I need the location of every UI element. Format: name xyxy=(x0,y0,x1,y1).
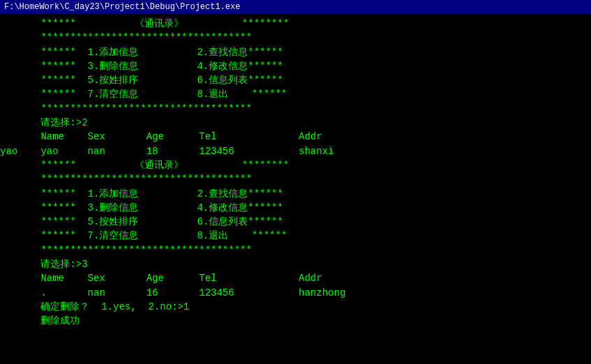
console-line: Name Sex Age Tel Addr xyxy=(6,271,585,285)
console-line: yao nan 18 123456 shanxi xyxy=(6,144,585,158)
console-line: ************************************ xyxy=(6,31,585,45)
console-line: ****** 3.删除信息 4.修改信息****** xyxy=(6,201,585,215)
console-line: ****** 《通讯录》 ******** xyxy=(6,17,585,31)
console-line: ****** 7.清空信息 8.退出 ****** xyxy=(6,229,585,243)
console-line: ****** 3.删除信息 4.修改信息****** xyxy=(6,59,585,73)
console-line: ****** 《通讯录》 ******** xyxy=(6,158,585,172)
console-line: ************************************ xyxy=(6,102,585,116)
console-line: 请选择:>2 xyxy=(6,116,585,130)
console-line: ************************************ xyxy=(6,172,585,186)
console-line: Name Sex Age Tel Addr xyxy=(6,130,585,144)
console-line: ************************************ xyxy=(6,243,585,257)
console-line: ****** 5.按姓排序 6.信息列表****** xyxy=(6,215,585,229)
console-line: 删除成功 xyxy=(6,314,585,328)
console-line: 请选择:>3 xyxy=(6,257,585,271)
console-line: 确定删除？ 1.yes, 2.no:>1 xyxy=(6,300,585,314)
title-text: F:\HomeWork\C_day23\Project1\Debug\Proje… xyxy=(4,2,240,12)
console-output: ****** 《通讯录》 ******** ******************… xyxy=(6,17,585,328)
console-line: . nan 16 123456 hanzhong xyxy=(6,286,585,300)
console-line: ****** 7.清空信息 8.退出 ****** xyxy=(6,87,585,101)
console-area: ****** 《通讯录》 ******** ******************… xyxy=(0,14,591,364)
console-line: ****** 1.添加信息 2.查找信息****** xyxy=(6,187,585,201)
console-line: ****** 5.按姓排序 6.信息列表****** xyxy=(6,73,585,87)
left-side-label: yao xyxy=(0,144,17,158)
title-bar: F:\HomeWork\C_day23\Project1\Debug\Proje… xyxy=(0,0,591,14)
console-line: ****** 1.添加信息 2.查找信息****** xyxy=(6,45,585,59)
